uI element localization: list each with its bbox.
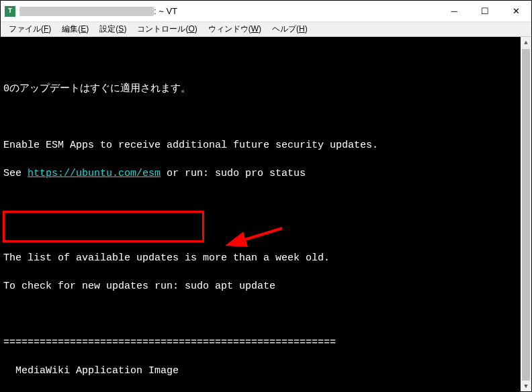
term-line xyxy=(3,223,529,237)
scrollbar-up-button[interactable]: ▲ xyxy=(521,37,531,49)
term-divider: ========================================… xyxy=(3,336,529,350)
term-line-esm2: See https://ubuntu.com/esm or run: sudo … xyxy=(3,166,529,181)
menu-edit[interactable]: 編集(E) xyxy=(56,22,94,36)
vertical-scrollbar[interactable]: ▲ ▼ xyxy=(521,37,531,392)
menu-window[interactable]: ウィンドウ(W) xyxy=(203,22,267,36)
term-line-check: To check for new updates run: sudo apt u… xyxy=(3,279,529,293)
window-titlebar: T : ~ VT ─ ☐ ✕ xyxy=(1,1,531,22)
window-controls: ─ ☐ ✕ xyxy=(439,1,531,22)
menu-control[interactable]: コントロール(O) xyxy=(132,22,202,36)
term-line xyxy=(3,110,529,124)
window-maximize-button[interactable]: ☐ xyxy=(470,1,500,22)
redacted-host-in-title xyxy=(19,7,154,16)
term-line-weekold: The list of available updates is more th… xyxy=(3,251,529,265)
menu-setup[interactable]: 設定(S) xyxy=(94,22,132,36)
term-line xyxy=(3,195,529,209)
term-line xyxy=(3,307,529,322)
term-line-update: 0のアップデートはすぐに適用されます。 xyxy=(3,82,529,96)
window-minimize-button[interactable]: ─ xyxy=(439,1,470,22)
window-close-button[interactable]: ✕ xyxy=(500,1,531,22)
term-line xyxy=(3,54,529,68)
terminal-viewport[interactable]: 0のアップデートはすぐに適用されます。 Enable ESM Apps to r… xyxy=(1,37,531,392)
term-app-title: MediaWiki Application Image xyxy=(3,364,529,378)
menu-help[interactable]: ヘルプ(H) xyxy=(267,22,313,36)
menubar: ファイル(F) 編集(E) 設定(S) コントロール(O) ウィンドウ(W) ヘ… xyxy=(1,22,531,37)
app-icon: T xyxy=(5,6,15,17)
window-title: : ~ VT xyxy=(19,6,177,17)
scrollbar-thumb[interactable] xyxy=(522,49,530,381)
menu-file[interactable]: ファイル(F) xyxy=(3,22,56,36)
scrollbar-down-button[interactable]: ▼ xyxy=(521,381,531,392)
term-line-esm1: Enable ESM Apps to receive additional fu… xyxy=(3,138,529,152)
esm-link[interactable]: https://ubuntu.com/esm xyxy=(28,168,161,179)
